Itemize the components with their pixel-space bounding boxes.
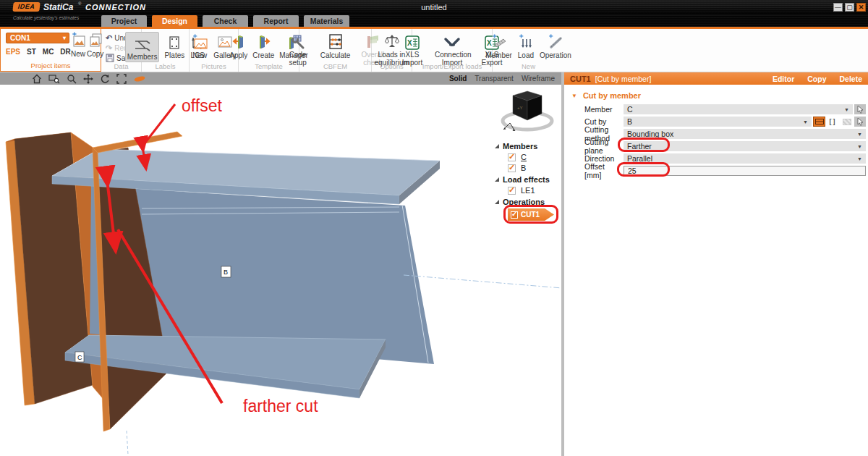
tree-section-members[interactable]: Members xyxy=(495,142,562,151)
delete-operation-button[interactable]: Delete xyxy=(839,75,862,83)
plates-labels-button[interactable]: Plates xyxy=(164,32,184,59)
st-button[interactable]: ST xyxy=(27,48,36,56)
pan-icon[interactable] xyxy=(83,74,93,84)
expander-icon xyxy=(495,200,499,204)
editor-button[interactable]: Editor xyxy=(773,75,794,83)
tree-item-member-b[interactable]: B xyxy=(508,164,562,172)
cutting-plane-highlight-annotation xyxy=(618,138,670,152)
viewport-toolbar: Solid Transparent Wireframe xyxy=(0,72,562,85)
xls-import-button[interactable]: X XLS Import xyxy=(395,32,430,67)
property-row-member: Member C▼ xyxy=(584,104,866,114)
group-label: Import/Export loads xyxy=(412,62,492,70)
tree-section-load-effects[interactable]: Load effects xyxy=(495,175,562,184)
member-pick-button[interactable] xyxy=(854,104,866,114)
close-button[interactable]: ✕ xyxy=(856,3,866,12)
calculate-button[interactable]: Calculate xyxy=(320,32,351,59)
ribbon-group-import-export: X XLS Import Connection Import X XLS Exp… xyxy=(412,29,493,72)
svg-text:X: X xyxy=(407,39,412,47)
import-arrows-icon xyxy=(443,32,461,51)
navigation-cube[interactable]: +Y xyxy=(499,88,556,136)
cutby-type-plate-button[interactable]: [] xyxy=(827,117,839,127)
wrench-icon xyxy=(290,32,306,51)
tab-materials[interactable]: Materials xyxy=(304,15,349,27)
new-operation-button[interactable]: Operation xyxy=(540,32,571,59)
collapse-triangle-icon: ▼ xyxy=(571,93,577,99)
group-label: Labels xyxy=(142,62,189,70)
group-label: New xyxy=(493,62,564,70)
member-axis-line xyxy=(127,431,128,455)
cut-by-pick-button[interactable] xyxy=(854,117,866,127)
section-cut-by-member[interactable]: ▼ Cut by member xyxy=(571,91,868,100)
chevron-down-icon: ▼ xyxy=(844,107,849,112)
fit-view-icon[interactable] xyxy=(116,74,127,84)
mc-button[interactable]: MC xyxy=(43,48,54,56)
cutby-type-weld-button[interactable] xyxy=(841,117,853,127)
home-view-icon[interactable] xyxy=(32,74,42,84)
ribbon-group-new: Member Load Operation New xyxy=(493,29,564,72)
svg-text:C: C xyxy=(77,354,82,361)
new-picture-button[interactable]: New xyxy=(191,32,208,59)
xls-icon: X xyxy=(404,32,420,51)
chevron-down-icon: ▼ xyxy=(857,144,862,149)
expander-icon xyxy=(495,177,499,182)
weld-icon[interactable] xyxy=(133,75,146,83)
new-member-button[interactable]: Member xyxy=(485,32,512,59)
property-row-cut-by: Cut by B▼ [] xyxy=(584,117,866,127)
checkbox-checked-icon[interactable] xyxy=(508,187,516,195)
beam-icon xyxy=(815,119,824,124)
column-label: C xyxy=(75,352,84,362)
checkbox-checked-icon[interactable] xyxy=(508,153,516,161)
zoom-window-icon[interactable] xyxy=(48,74,60,84)
checkbox-checked-icon[interactable] xyxy=(508,164,516,172)
maximize-button[interactable]: ▢ xyxy=(845,3,854,12)
mode-solid[interactable]: Solid xyxy=(449,75,467,83)
redo-icon: ↷ xyxy=(106,44,112,52)
tab-project[interactable]: Project xyxy=(101,15,147,27)
connection-selector[interactable]: CON1▾ xyxy=(6,33,69,43)
minimize-button[interactable]: — xyxy=(833,3,843,12)
new-operation-icon xyxy=(547,32,564,51)
3d-viewport-canvas[interactable]: B C offset farther cut xyxy=(0,85,562,456)
cut1-highlight-annotation xyxy=(503,205,558,224)
cut-by-select[interactable]: B▼ xyxy=(624,117,812,127)
members-labels-button[interactable]: Members xyxy=(125,32,160,62)
tab-check[interactable]: Check xyxy=(203,15,248,27)
template-create-button[interactable]: Create xyxy=(252,32,274,59)
template-apply-button[interactable]: Apply xyxy=(229,32,247,59)
beam-labels-icon xyxy=(133,33,152,52)
new-load-button[interactable]: Load xyxy=(517,32,535,59)
eps-button[interactable]: EPS xyxy=(6,48,20,56)
tree-item-member-c[interactable]: C xyxy=(508,153,562,161)
chevron-down-icon: ▼ xyxy=(857,156,862,161)
mode-wireframe[interactable]: Wireframe xyxy=(522,75,555,83)
offset-highlight-annotation xyxy=(617,162,670,177)
offset-annotation-text: offset xyxy=(182,96,222,115)
chevron-down-icon: ▼ xyxy=(803,119,808,124)
mode-transparent[interactable]: Transparent xyxy=(475,75,514,83)
tab-report[interactable]: Report xyxy=(253,15,299,27)
new-picture-icon xyxy=(191,32,208,51)
brackets-icon: [] xyxy=(830,118,837,125)
rotate-icon[interactable] xyxy=(100,74,110,84)
operation-subtitle: [Cut by member] xyxy=(595,75,652,83)
cutby-type-member-button[interactable] xyxy=(813,117,825,127)
beam-label: B xyxy=(221,266,231,277)
zoom-icon[interactable] xyxy=(67,74,77,84)
new-project-item-button[interactable]: New xyxy=(70,31,86,58)
dr-button[interactable]: DR xyxy=(60,48,70,56)
document-title: untitled xyxy=(0,3,868,12)
tab-design[interactable]: Design xyxy=(152,15,197,27)
member-select[interactable]: C▼ xyxy=(624,104,853,114)
group-label: CBFEM xyxy=(299,62,371,70)
abacus-icon xyxy=(328,32,344,51)
expander-icon xyxy=(495,144,499,148)
tree-item-le1[interactable]: LE1 xyxy=(508,186,562,195)
cursor-icon xyxy=(857,118,864,126)
code-setup-button[interactable]: Code setup xyxy=(281,32,315,67)
apply-template-icon xyxy=(231,32,247,51)
copy-operation-button[interactable]: Copy xyxy=(807,75,826,83)
cursor-icon xyxy=(857,106,864,114)
connection-import-button[interactable]: Connection Import xyxy=(435,32,469,67)
title-bar: IDEA StatiCa ® CONNECTION untitled — ▢ ✕ xyxy=(0,0,868,14)
svg-text:B: B xyxy=(224,269,228,276)
